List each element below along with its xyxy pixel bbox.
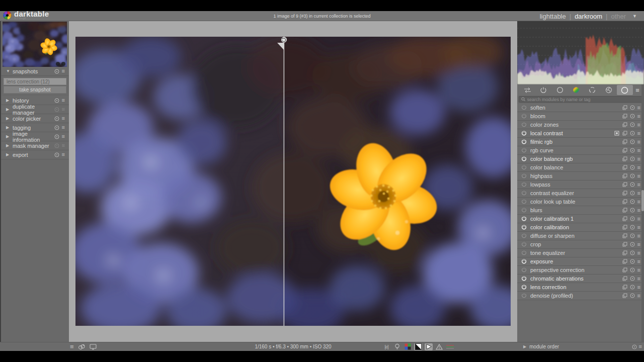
multi-instance-icon[interactable] xyxy=(622,276,628,282)
take-snapshot-button[interactable]: take snapshot xyxy=(4,86,66,94)
iso12646-lamp-icon[interactable] xyxy=(393,343,401,350)
quick-access-sliders-icon[interactable] xyxy=(519,85,535,95)
effect-group-fan-icon[interactable] xyxy=(600,85,616,95)
module-power-icon[interactable] xyxy=(521,113,527,119)
sidebar-section-image-information[interactable]: ▶ image information ≡ xyxy=(1,132,69,141)
module-row-color-balance[interactable]: color balance ≡ xyxy=(517,163,644,172)
multi-instance-icon[interactable] xyxy=(622,191,628,196)
multi-instance-icon[interactable] xyxy=(622,156,628,162)
module-power-icon[interactable] xyxy=(521,284,527,290)
multi-instance-icon[interactable] xyxy=(622,148,628,153)
multi-instance-icon[interactable] xyxy=(622,105,628,111)
multi-instance-icon[interactable] xyxy=(622,285,628,290)
module-power-icon[interactable] xyxy=(521,250,527,256)
color-group-rainbow-icon[interactable] xyxy=(568,85,584,95)
reset-icon[interactable] xyxy=(630,182,635,188)
reset-icon[interactable] xyxy=(630,225,635,230)
multi-instance-icon[interactable] xyxy=(622,259,628,264)
view-lighttable[interactable]: lighttable xyxy=(540,13,566,20)
reset-icon[interactable] xyxy=(54,116,60,121)
multi-instance-icon[interactable] xyxy=(622,208,628,213)
multi-instance-icon[interactable] xyxy=(622,250,628,256)
multi-instance-icon[interactable] xyxy=(622,165,628,170)
presets-icon[interactable]: ≡ xyxy=(637,293,640,299)
presets-icon[interactable]: ≡ xyxy=(62,107,65,112)
reset-icon[interactable] xyxy=(630,216,635,222)
reset-icon[interactable] xyxy=(54,68,60,74)
presets-icon[interactable]: ≡ xyxy=(637,276,640,282)
focus-peaking-icon[interactable]: [e] xyxy=(382,343,390,350)
darkroom-canvas[interactable] xyxy=(69,21,517,342)
presets-icon[interactable]: ≡ xyxy=(62,98,65,103)
module-power-icon[interactable] xyxy=(521,130,527,136)
reset-icon[interactable] xyxy=(630,293,635,299)
module-order-header[interactable]: ▶ module order xyxy=(523,344,559,349)
presets-icon[interactable]: ≡ xyxy=(62,143,65,148)
view-other[interactable]: other xyxy=(611,13,626,20)
reset-icon[interactable] xyxy=(630,276,635,282)
multi-instance-icon[interactable] xyxy=(622,225,628,230)
reset-icon[interactable] xyxy=(630,285,635,290)
presets-icon[interactable]: ≡ xyxy=(637,139,640,145)
module-power-icon[interactable] xyxy=(521,293,527,299)
reset-icon[interactable] xyxy=(54,143,60,148)
presets-icon[interactable]: ≡ xyxy=(62,152,65,157)
module-power-icon[interactable] xyxy=(521,156,527,162)
snapshots-panel-header[interactable]: ▼ snapshots ≡ xyxy=(1,67,69,76)
reset-icon[interactable] xyxy=(630,114,635,119)
presets-icon[interactable]: ≡ xyxy=(637,122,640,128)
reset-icon[interactable] xyxy=(630,233,635,239)
presets-icon[interactable]: ≡ xyxy=(639,344,642,349)
presets-icon[interactable]: ≡ xyxy=(637,259,640,264)
module-power-icon[interactable] xyxy=(521,258,527,264)
module-row-denoise-profiled-[interactable]: denoise (profiled) ≡ xyxy=(517,292,644,300)
presets-icon[interactable]: ≡ xyxy=(62,116,65,121)
reset-icon[interactable] xyxy=(630,122,635,128)
multi-instance-icon[interactable] xyxy=(622,139,628,145)
view-darkroom[interactable]: darkroom xyxy=(575,13,602,20)
raw-overexposure-icon[interactable] xyxy=(425,343,433,350)
module-power-icon[interactable] xyxy=(521,105,527,111)
presets-icon[interactable]: ≡ xyxy=(637,208,640,213)
module-row-filmic-rgb[interactable]: filmic rgb ≡ xyxy=(517,138,644,146)
multi-instance-icon[interactable] xyxy=(622,182,628,188)
multi-instance-icon[interactable] xyxy=(622,267,628,273)
module-power-icon[interactable] xyxy=(521,182,527,188)
module-row-contrast-equalizer[interactable]: contrast equalizer ≡ xyxy=(517,189,644,198)
module-power-icon[interactable] xyxy=(521,276,527,282)
correct-group-circle-icon[interactable] xyxy=(584,85,600,95)
module-row-exposure[interactable]: exposure ≡ xyxy=(517,257,644,266)
module-row-color-zones[interactable]: color zones ≡ xyxy=(517,121,644,129)
histogram-waveform[interactable] xyxy=(517,21,644,84)
presets-icon[interactable]: ≡ xyxy=(637,173,640,179)
module-power-icon[interactable] xyxy=(521,267,527,273)
module-row-color-calibration-1[interactable]: color calibration 1 ≡ xyxy=(517,215,644,223)
reset-icon[interactable] xyxy=(54,107,60,112)
presets-icon[interactable]: ≡ xyxy=(637,285,640,290)
module-row-lens-correction[interactable]: lens correction ≡ xyxy=(517,283,644,292)
multi-instance-icon[interactable] xyxy=(622,131,628,136)
multi-instance-icon[interactable] xyxy=(622,173,628,179)
multi-instance-icon[interactable] xyxy=(622,242,628,247)
reset-icon[interactable] xyxy=(630,173,635,179)
reset-icon[interactable] xyxy=(630,105,635,111)
reset-icon[interactable] xyxy=(630,208,635,213)
module-power-icon[interactable] xyxy=(521,241,527,247)
softproof-warning-icon[interactable] xyxy=(435,343,443,350)
overexposure-icon[interactable] xyxy=(414,343,422,350)
reset-icon[interactable] xyxy=(630,242,635,247)
reset-icon[interactable] xyxy=(630,148,635,153)
multi-instance-icon[interactable] xyxy=(622,199,628,205)
presets-icon[interactable]: ≡ xyxy=(637,233,640,239)
active-group-power-icon[interactable] xyxy=(535,85,551,95)
guides-icon[interactable] xyxy=(446,343,454,350)
presets-icon[interactable]: ≡ xyxy=(62,125,65,130)
reset-icon[interactable] xyxy=(630,199,635,205)
presets-icon[interactable]: ≡ xyxy=(637,148,640,153)
main-image[interactable] xyxy=(75,37,511,326)
module-power-icon[interactable] xyxy=(521,147,527,153)
presets-icon[interactable]: ≡ xyxy=(637,131,640,136)
module-row-bloom[interactable]: bloom ≡ xyxy=(517,112,644,121)
scrollbar-thumb[interactable] xyxy=(641,190,644,211)
presets-icon[interactable]: ≡ xyxy=(637,216,640,222)
